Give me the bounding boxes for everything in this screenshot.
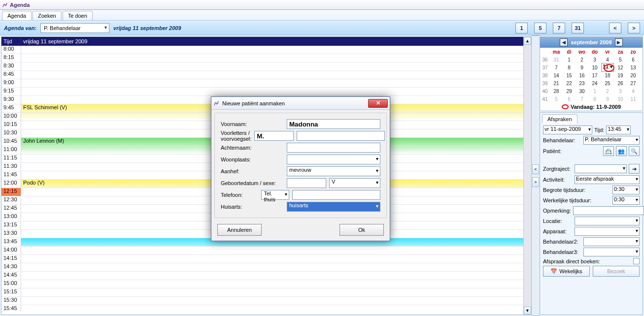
voornaam-label: Voornaam: <box>221 121 284 127</box>
aanhef-label: Aanhef: <box>221 168 284 174</box>
sexe-combo[interactable]: V <box>329 178 380 188</box>
achternaam-input[interactable] <box>287 143 380 153</box>
huisarts-combo[interactable]: huisarts <box>287 202 380 212</box>
achternaam-label: Achternaam: <box>221 145 284 151</box>
huisarts-label: Huisarts: <box>221 204 284 210</box>
dialog-title: Nieuwe patiënt aanmaken <box>222 100 365 106</box>
annuleren-button[interactable]: Annuleren <box>217 224 262 236</box>
woonplaats-combo[interactable] <box>287 155 380 164</box>
aanhef-combo[interactable]: mevrouw <box>287 166 380 176</box>
telefoon-label: Telefoon: <box>221 192 258 198</box>
voorvoegsel-input[interactable] <box>297 131 385 141</box>
ok-button[interactable]: Ok <box>339 224 384 236</box>
voorletters-label: Voorletters / voorvoegsel: <box>221 130 251 142</box>
voornaam-input[interactable] <box>287 119 380 129</box>
voorletters-input[interactable] <box>254 131 294 141</box>
woonplaats-label: Woonplaats: <box>221 157 284 162</box>
dialog-close-button[interactable]: ✕ <box>368 99 388 108</box>
geboortedatum-input[interactable] <box>287 178 326 188</box>
telefoon-input[interactable] <box>292 190 380 200</box>
teltype-combo[interactable]: Tel. thuis <box>261 190 289 200</box>
new-patient-dialog: Nieuwe patiënt aanmaken ✕ Voornaam: Voor… <box>211 96 390 241</box>
dialog-app-icon <box>213 100 219 106</box>
geboorte-label: Geboortedatum / sexe: <box>221 180 284 186</box>
